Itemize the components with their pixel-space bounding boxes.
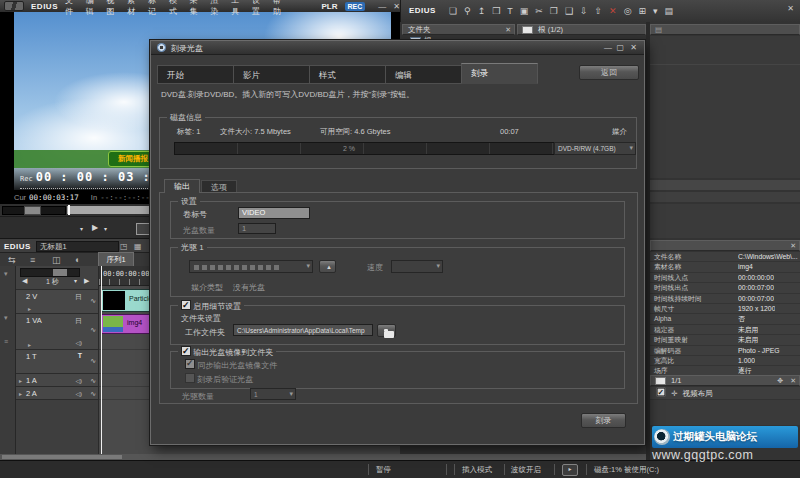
play-menu-icon[interactable]: ▾ [104,225,107,232]
strip-icon-2[interactable]: ▾ [4,314,8,322]
playhead[interactable] [101,266,102,454]
mode-swap-icon[interactable]: ⇆ [8,255,16,265]
delete-icon[interactable]: ✕ [609,5,617,17]
menu-item[interactable]: 模式 [169,0,183,17]
sync-image-checkbox[interactable] [185,359,195,369]
timeline-tool-icon-2[interactable]: ▦ [134,242,142,251]
track-speaker-icon[interactable]: ◁) [75,339,82,346]
track-patch-icon[interactable]: ∿ [90,377,96,385]
position-cursor[interactable] [68,205,70,215]
layout-close-icon[interactable]: ✕ [790,376,796,385]
folder-panel-header[interactable]: 文件夹 ✕ [402,24,515,35]
eject-button[interactable]: ▲ [319,260,336,273]
plr-button[interactable]: PLR [322,2,338,11]
search-icon[interactable]: ⚲ [464,5,471,17]
drive-select[interactable]: ▾ [189,260,313,273]
menu-item[interactable]: 设置 [252,0,266,17]
dialog-maximize-icon[interactable]: ▢ [616,43,624,52]
play-icon[interactable]: ▶ [92,223,98,232]
track-header-1a[interactable]: ▸ 1 A ◁) ∿ [16,373,98,386]
properties-close-icon[interactable]: ✕ [790,241,796,250]
bin-view-icon[interactable]: ▤ [651,25,662,34]
track-layout-icon[interactable]: 日 [75,316,82,326]
strip-icon-1[interactable]: ▾ [4,270,8,278]
disc-count-input[interactable]: 1 [238,223,276,234]
dialog-tab[interactable]: 编辑 [385,65,462,84]
sequence-tab[interactable]: 序列1 [98,252,134,266]
open-folder-icon[interactable]: ❏ [449,5,457,17]
title-icon[interactable]: T [507,5,513,17]
menu-item[interactable]: 文件 [65,0,79,17]
status-insert-mode[interactable]: 插入模式 [462,465,492,475]
dialog-close-icon[interactable]: ✕ [630,43,637,52]
media-select[interactable]: DVD-R/RW (4.7GB) ▾ [554,142,636,155]
image-output-checkbox[interactable] [181,346,191,356]
menu-item[interactable]: 标记 [148,0,162,17]
archive-icon[interactable]: ▤ [665,5,674,17]
mode-list-icon[interactable]: ≡ [30,255,35,265]
drive-count-select[interactable]: 1 ▾ [250,388,296,400]
track-expand-icon[interactable]: ▸ [19,377,22,384]
palette-bar-1[interactable] [650,180,800,190]
dialog-tab[interactable]: 开始 [157,65,234,84]
capture-icon[interactable]: ▣ [520,5,529,17]
properties-panel-header[interactable]: ✕ [650,240,800,251]
dialog-tab[interactable]: 刻录 [461,63,538,84]
video-layout-checkbox[interactable] [657,388,666,397]
menu-item[interactable]: 编辑 [86,0,100,17]
copy-icon[interactable]: ❐ [550,5,558,17]
dialog-titlebar[interactable]: 刻录光盘 — ▢ ✕ [151,41,644,55]
verify-disc-checkbox[interactable] [185,373,195,383]
strip-icon-3[interactable]: ≡ [4,338,8,345]
menu-item[interactable]: 素材 [127,0,141,17]
menu-item[interactable]: 帮助 [273,0,287,17]
speed-select[interactable]: ▾ [391,260,443,273]
grid-view-icon[interactable]: ⊞ [639,5,647,17]
cut-icon[interactable]: ✂ [535,5,543,17]
prev-menu-icon[interactable]: ▾ [80,225,83,232]
track-patch-icon[interactable]: ∿ [90,390,96,398]
rec-button[interactable]: REC [345,2,366,11]
layout-options-icon[interactable]: ✥ [777,376,783,385]
volume-input[interactable]: VIDEO [238,207,310,219]
mode-dual-icon[interactable]: ◫ [52,255,61,265]
back-button[interactable]: 返回 [579,65,639,80]
track-expand-icon[interactable]: ▸ [28,341,31,348]
video-layout-row[interactable]: ✛ 视频布局 [650,387,800,399]
stop-button[interactable] [136,223,150,235]
folder-panel-close-icon[interactable]: ✕ [505,25,511,34]
view-dropdown-icon[interactable]: ▾ [653,5,658,17]
import-icon[interactable]: ⇩ [580,5,588,17]
menu-item[interactable]: 视图 [107,0,121,17]
up-folder-icon[interactable]: ↥ [478,5,486,17]
palette-bar-2[interactable] [650,192,800,202]
enable-detail-checkbox[interactable] [181,300,191,310]
scale-right-icon[interactable]: ▶ [84,277,89,285]
scale-menu-icon[interactable]: ▾ [74,277,77,284]
close-icon[interactable]: ✕ [393,2,400,11]
browse-folder-button[interactable] [377,324,396,337]
mode-trim-icon[interactable]: ◖ [74,255,79,265]
track-patch-icon[interactable]: ∿ [90,297,96,305]
layout-panel-header[interactable]: 1/1 ✥ ✕ [650,375,800,386]
menu-item[interactable]: 采集 [190,0,204,17]
status-ripple[interactable]: 波纹开启 [511,465,541,475]
timeline-tool-icon-1[interactable]: ◳ [120,242,128,251]
hscroll-thumb[interactable] [2,455,122,459]
track-title-icon[interactable]: T [78,352,82,359]
track-expand-icon[interactable]: ▸ [28,305,31,312]
effect-icon[interactable]: ◎ [624,5,632,17]
export-icon[interactable]: ⇧ [595,5,603,17]
menu-item[interactable]: 工具 [231,0,245,17]
track-patch-icon[interactable]: ∿ [90,357,96,365]
status-mode-icon[interactable]: ▸ [562,464,578,476]
shuttle-handle[interactable] [24,206,41,215]
bin-close-icon[interactable]: ✕ [787,4,794,13]
scale-left-icon[interactable]: ◀ [22,277,27,285]
dialog-tab[interactable]: 影片 [233,65,310,84]
track-speaker-icon[interactable]: ◁) [75,377,82,384]
track-speaker-icon[interactable]: ◁) [75,390,82,397]
bin-tab[interactable]: 根 (1/2) [517,24,646,35]
tab-output[interactable]: 输出 [164,179,200,193]
burn-button[interactable]: 刻录 [581,413,626,428]
